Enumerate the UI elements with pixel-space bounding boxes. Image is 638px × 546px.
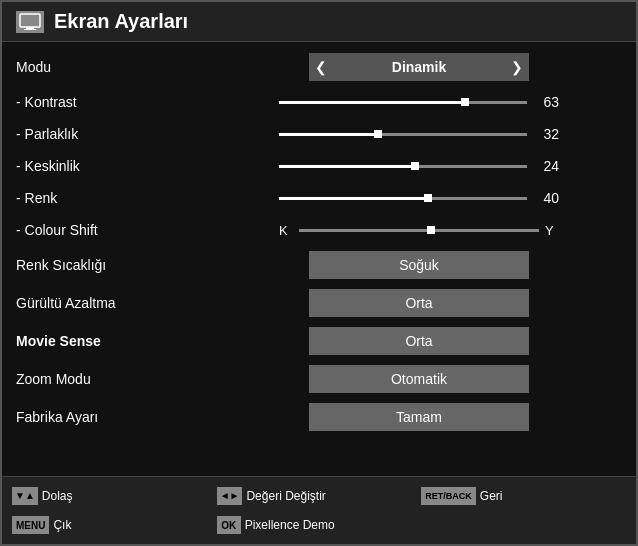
colour-shift-right-label: Y: [545, 223, 559, 238]
renk-sicakligi-option[interactable]: Soğuk: [309, 251, 529, 279]
menu-content: Modu ❮ Dinamik ❯ - Kontrast 63: [2, 42, 636, 476]
renk-track: [279, 197, 527, 200]
control-kontrast: 63: [216, 94, 622, 110]
menu-row-movie-sense: Movie Sense Orta: [16, 322, 622, 360]
header: Ekran Ayarları: [2, 2, 636, 42]
label-movie-sense: Movie Sense: [16, 333, 216, 349]
control-parlaklik: 32: [216, 126, 622, 142]
footer-geri: RET/BACK Geri: [421, 482, 626, 510]
colour-shift-left-label: K: [279, 223, 293, 238]
menu-row-modu: Modu ❮ Dinamik ❯: [16, 48, 622, 86]
gurultu-value: Orta: [405, 295, 432, 311]
left-right-arrows-icon: ◄►: [217, 487, 243, 505]
menu-row-gurultu: Gürültü Azaltma Orta: [16, 284, 622, 322]
movie-sense-option[interactable]: Orta: [309, 327, 529, 355]
kontrast-thumb: [461, 98, 469, 106]
label-renk-sicakligi: Renk Sıcaklığı: [16, 257, 216, 273]
control-modu: ❮ Dinamik ❯: [216, 53, 622, 81]
movie-sense-value: Orta: [405, 333, 432, 349]
label-fabrika: Fabrika Ayarı: [16, 409, 216, 425]
kontrast-slider[interactable]: 63: [279, 94, 559, 110]
modu-right-arrow[interactable]: ❯: [511, 59, 523, 75]
footer: ▼▲ Dolaş ◄► Değeri Değiştir RET/BACK Ger…: [2, 476, 636, 544]
zoom-value: Otomatik: [391, 371, 447, 387]
kontrast-fill: [279, 101, 465, 104]
control-zoom: Otomatik: [216, 365, 622, 393]
kontrast-value: 63: [535, 94, 559, 110]
colour-shift-thumb: [427, 226, 435, 234]
renk-fill: [279, 197, 428, 200]
modu-selector[interactable]: ❮ Dinamik ❯: [309, 53, 529, 81]
menu-row-zoom: Zoom Modu Otomatik: [16, 360, 622, 398]
control-fabrika: Tamam: [216, 403, 622, 431]
kontrast-track: [279, 101, 527, 104]
colour-shift-slider[interactable]: K Y: [279, 223, 559, 238]
zoom-option[interactable]: Otomatik: [309, 365, 529, 393]
control-colour-shift: K Y: [216, 223, 622, 238]
label-zoom: Zoom Modu: [16, 371, 216, 387]
footer-empty: [421, 512, 626, 540]
page-title: Ekran Ayarları: [54, 10, 188, 33]
renk-sicakligi-value: Soğuk: [399, 257, 439, 273]
label-renk: - Renk: [16, 190, 216, 206]
keskinlik-fill: [279, 165, 415, 168]
label-colour-shift: - Colour Shift: [16, 222, 216, 238]
svg-rect-2: [24, 29, 36, 30]
menu-row-colour-shift: - Colour Shift K Y: [16, 214, 622, 246]
menu-row-renk-sicakligi: Renk Sıcaklığı Soğuk: [16, 246, 622, 284]
gurultu-option[interactable]: Orta: [309, 289, 529, 317]
footer-pixellence-label: Pixellence Demo: [245, 518, 335, 532]
label-parlaklik: - Parlaklık: [16, 126, 216, 142]
renk-slider[interactable]: 40: [279, 190, 559, 206]
label-gurultu: Gürültü Azaltma: [16, 295, 216, 311]
menu-row-fabrika: Fabrika Ayarı Tamam: [16, 398, 622, 436]
fabrika-option[interactable]: Tamam: [309, 403, 529, 431]
svg-rect-1: [26, 27, 34, 29]
footer-degeri-degistir: ◄► Değeri Değiştir: [217, 482, 422, 510]
svg-rect-0: [20, 14, 40, 27]
modu-left-arrow[interactable]: ❮: [315, 59, 327, 75]
parlaklik-slider[interactable]: 32: [279, 126, 559, 142]
control-renk-sicakligi: Soğuk: [216, 251, 622, 279]
menu-row-parlaklik: - Parlaklık 32: [16, 118, 622, 150]
menu-row-keskinlik: - Keskinlik 24: [16, 150, 622, 182]
footer-geri-label: Geri: [480, 489, 503, 503]
parlaklik-fill: [279, 133, 378, 136]
footer-cik: MENU Çık: [12, 512, 217, 540]
renk-thumb: [424, 194, 432, 202]
control-movie-sense: Orta: [216, 327, 622, 355]
menu-badge: MENU: [12, 516, 49, 534]
footer-dolaz: ▼▲ Dolaş: [12, 482, 217, 510]
control-renk: 40: [216, 190, 622, 206]
control-keskinlik: 24: [216, 158, 622, 174]
label-kontrast: - Kontrast: [16, 94, 216, 110]
tv-icon: [16, 11, 44, 33]
colour-shift-track: [299, 229, 539, 232]
keskinlik-track: [279, 165, 527, 168]
modu-value: Dinamik: [392, 59, 446, 75]
fabrika-value: Tamam: [396, 409, 442, 425]
ret-back-badge: RET/BACK: [421, 487, 476, 505]
keskinlik-slider[interactable]: 24: [279, 158, 559, 174]
renk-value: 40: [535, 190, 559, 206]
control-gurultu: Orta: [216, 289, 622, 317]
ok-badge: OK: [217, 516, 241, 534]
screen: Ekran Ayarları Modu ❮ Dinamik ❯ - Kontra…: [0, 0, 638, 546]
footer-pixellence: OK Pixellence Demo: [217, 512, 422, 540]
menu-row-kontrast: - Kontrast 63: [16, 86, 622, 118]
keskinlik-value: 24: [535, 158, 559, 174]
parlaklik-thumb: [374, 130, 382, 138]
keskinlik-thumb: [411, 162, 419, 170]
menu-row-renk: - Renk 40: [16, 182, 622, 214]
footer-cik-label: Çık: [53, 518, 71, 532]
parlaklik-value: 32: [535, 126, 559, 142]
label-modu: Modu: [16, 59, 216, 75]
up-down-arrows-icon: ▼▲: [12, 487, 38, 505]
parlaklik-track: [279, 133, 527, 136]
footer-degeri-label: Değeri Değiştir: [246, 489, 325, 503]
label-keskinlik: - Keskinlik: [16, 158, 216, 174]
footer-dolaz-label: Dolaş: [42, 489, 73, 503]
